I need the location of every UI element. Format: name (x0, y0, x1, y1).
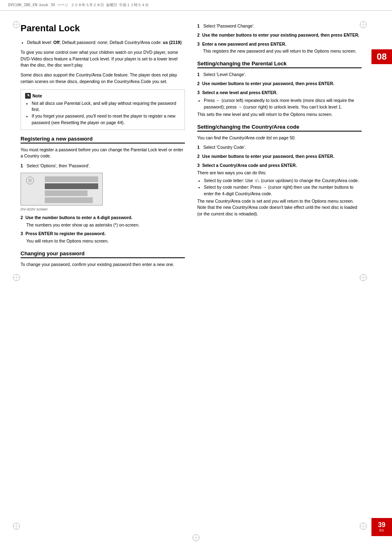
mid-mark-r (359, 273, 367, 282)
country-step1-text: Select 'Country Code'. (201, 145, 246, 150)
changing-step2-number: 2 (197, 32, 200, 37)
mid-mark-l (12, 273, 21, 282)
intro-para2: Some discs also support the Country/Area… (21, 72, 185, 85)
page-container: DV510K_IBD_EN.book 39 ページ ２０８年３月２８日 金曜日 … (0, 0, 392, 555)
registering-step1: 1 Select 'Options', then 'Password'. (21, 163, 185, 169)
country-step2-text: Use number buttons to enter your passwor… (202, 154, 334, 159)
corner-mark-br (359, 522, 367, 530)
note-icon: ✎ (25, 93, 31, 99)
registering-step2-label: Use the number buttons to enter a 4-digi… (25, 215, 132, 220)
registering-step1-text: Select 'Options', then 'Password'. (24, 163, 90, 168)
changing-step3-label: Enter a new password and press ENTER. (202, 42, 286, 46)
intro-none: none (98, 40, 107, 45)
main-content: Parental Lock Default level: Off; Defaul… (0, 11, 392, 284)
section-setting-parental-heading: Setting/changing the Parental Lock (197, 60, 362, 68)
parental-step3-sub: This sets the new level and you will ret… (197, 111, 362, 118)
registering-step3-number: 3 (21, 231, 23, 236)
corner-mark-tr (359, 21, 367, 29)
country-step3-label: Select a Country/Area code and press ENT… (202, 163, 297, 168)
registering-step3-sub: You will return to the Options menu scre… (26, 238, 185, 245)
intro-bullet: Default level: Off; Default password: no… (21, 39, 185, 46)
right-column: 1 Select 'Password Change'. 2 Use the nu… (197, 23, 362, 271)
intro-bullet1-label: Default level: (27, 40, 53, 45)
changing-step2-text: Use the number buttons to enter your exi… (202, 32, 360, 37)
chapter-tab: 08 (371, 49, 392, 64)
registering-step1-number: 1 (21, 163, 23, 168)
intro-para1: To give you some control over what your … (21, 49, 185, 69)
changing-step3: 3 Enter a new password and press ENTER. … (197, 41, 362, 55)
intro-code: us (2119) (163, 40, 182, 45)
registering-step3: 3 Press ENTER to register the password. … (21, 231, 185, 245)
country-step3-number: 3 (197, 163, 200, 168)
parental-step2: 2 Use number buttons to enter your passw… (197, 81, 362, 87)
changing-step1-text: Select 'Password Change'. (201, 23, 255, 28)
screen-caption: DV-410V screen (21, 207, 185, 211)
country-step1-number: 1 (197, 145, 200, 150)
country-step2: 2 Use number buttons to enter your passw… (197, 153, 362, 160)
page-lang: En (379, 528, 384, 532)
country-step2-number: 2 (197, 154, 200, 159)
page-title: Parental Lock (21, 23, 185, 34)
country-step3-final: The new Country/Area code is set and you… (197, 198, 362, 217)
registering-step2: 2 Use the number buttons to enter a 4-di… (21, 215, 185, 229)
parental-step2-number: 2 (197, 81, 200, 86)
parental-step1-text: Select 'Level Change'. (201, 72, 246, 77)
bottom-center-mark (192, 534, 200, 543)
changing-step3-sub: This registers the new password and you … (203, 48, 362, 55)
country-step1: 1 Select 'Country Code'. (197, 144, 362, 151)
file-info-text: DV510K_IBD_EN.book 39 ページ ２０８年３月２８日 金曜日 … (8, 3, 149, 7)
intro-off: Off (53, 40, 60, 45)
parental-step1: 1 Select 'Level Change'. (197, 72, 362, 78)
note-title: ✎ Note (25, 93, 180, 99)
setting-country-intro: You can find the Country/Area code list … (197, 135, 362, 141)
section-registering-heading: Registering a new password (21, 136, 185, 143)
parental-step3-bullet1: Press ← (cursor left) repeatedly to lock… (204, 97, 362, 111)
parental-step2-text: Use number buttons to enter your passwor… (202, 81, 334, 86)
screen-menu-items (45, 176, 98, 204)
changing-step1: 1 Select 'Password Change'. (197, 23, 362, 30)
changing-intro: To change your password, confirm your ex… (21, 261, 185, 268)
note-item-2: If you forget your password, you'll need… (32, 113, 180, 126)
parental-step3-bullets: Press ← (cursor left) repeatedly to lock… (197, 97, 362, 111)
registering-step2-number: 2 (21, 215, 23, 220)
left-column: Parental Lock Default level: Off; Defaul… (21, 23, 185, 271)
country-step3-bullet2: Select by code number: Press → (cursor r… (204, 184, 362, 197)
page-number: 39 (378, 522, 385, 528)
registering-step3-label: Press ENTER to register the password. (25, 231, 106, 236)
corner-mark-tl (12, 21, 21, 29)
parental-step3-label: Select a new level and press ENTER. (202, 90, 277, 95)
parental-step1-number: 1 (197, 72, 200, 77)
changing-step1-number: 1 (197, 23, 200, 28)
registering-intro: You must register a password before you … (21, 147, 185, 160)
parental-step3: 3 Select a new level and press ENTER. Pr… (197, 90, 362, 118)
section-setting-country-heading: Setting/changing the Country/Area code (197, 124, 362, 132)
screen-menu-icon (26, 176, 34, 185)
screen-image (21, 173, 103, 206)
changing-step2: 2 Use the number buttons to enter your e… (197, 32, 362, 39)
note-list: Not all discs use Parental Lock, and wil… (25, 100, 180, 126)
changing-step3-number: 3 (197, 42, 200, 46)
country-step3-bullets: Select by code letter: Use ↑/↓ (cursor u… (197, 178, 362, 197)
note-item-1: Not all discs use Parental Lock, and wil… (32, 100, 180, 113)
parental-step3-number: 3 (197, 90, 200, 95)
note-box: ✎ Note Not all discs use Parental Lock, … (21, 89, 185, 130)
corner-mark-bl (12, 522, 21, 530)
intro-bullet1-end: ; Default Country/Area code: (107, 40, 163, 45)
country-step3-bullet1: Select by code letter: Use ↑/↓ (cursor u… (204, 178, 362, 184)
country-step3-sub-intro: There are two ways you can do this: (197, 170, 362, 176)
file-info-bar: DV510K_IBD_EN.book 39 ページ ２０８年３月２８日 金曜日 … (0, 0, 392, 11)
registering-step2-sub: The numbers you enter show up as asteris… (26, 222, 185, 229)
section-changing-heading: Changing your password (21, 250, 185, 258)
page-number-tab: 39 En (371, 518, 392, 536)
intro-bullet1-rest: ; Default password: (60, 40, 98, 45)
country-step3: 3 Select a Country/Area code and press E… (197, 162, 362, 217)
